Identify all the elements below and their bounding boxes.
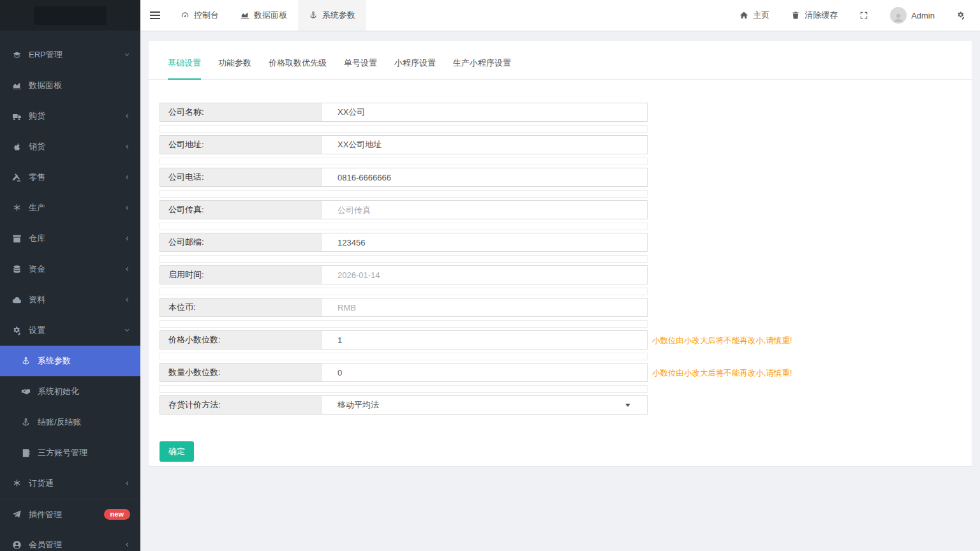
spacer-strip bbox=[160, 255, 648, 263]
sidebar-item-closing[interactable]: 结账/反结账 bbox=[0, 407, 140, 437]
sidebar-item-label: 零售 bbox=[29, 172, 45, 183]
form-group-inventory-valuation-method: 存货计价方法:移动平均法 bbox=[160, 395, 648, 415]
sidebar-item-system-params[interactable]: 系统参数 bbox=[0, 346, 140, 376]
company-phone-input[interactable] bbox=[322, 168, 647, 186]
tab-mini-program-settings[interactable]: 小程序设置 bbox=[394, 57, 436, 80]
form-row: 本位币: bbox=[160, 298, 648, 317]
field-label: 公司名称: bbox=[160, 103, 322, 121]
hamburger-menu-icon[interactable] bbox=[140, 0, 170, 31]
chevron-left-icon bbox=[124, 297, 130, 303]
form-group-quantity-decimal-places: 数量小数位数:小数位由小改大后将不能再改小,请慎重! bbox=[160, 363, 648, 393]
field-label: 数量小数位数: bbox=[160, 364, 322, 381]
company-zip-input[interactable] bbox=[322, 233, 647, 251]
sidebar-item-label: 生产 bbox=[29, 202, 45, 214]
confirm-button[interactable]: 确定 bbox=[160, 441, 194, 462]
header-tab-system-params[interactable]: 系统参数 bbox=[298, 0, 366, 31]
spacer-strip bbox=[160, 353, 648, 360]
chevron-down-icon bbox=[124, 327, 130, 334]
header-tab-label: 系统参数 bbox=[322, 10, 355, 21]
sidebar-item-label: 系统参数 bbox=[38, 355, 71, 367]
asterisk-icon bbox=[12, 203, 22, 213]
form-row: 启用时间: bbox=[160, 265, 648, 284]
anchor-icon bbox=[21, 356, 31, 366]
field-label: 公司传真: bbox=[160, 201, 322, 219]
handshake-icon bbox=[21, 387, 31, 397]
header-tab-console[interactable]: 控制台 bbox=[170, 0, 230, 31]
company-address-input[interactable] bbox=[322, 136, 647, 154]
gavel-icon bbox=[12, 173, 22, 182]
sidebar-item-purchase[interactable]: 购货 bbox=[0, 101, 140, 131]
field-label: 公司邮编: bbox=[160, 233, 322, 251]
header-tab-data-panel[interactable]: 数据面板 bbox=[230, 0, 298, 31]
chevron-left-icon bbox=[124, 541, 130, 548]
decimal-warning: 小数位由小改大后将不能再改小,请慎重! bbox=[652, 335, 792, 346]
decimal-warning: 小数位由小改大后将不能再改小,请慎重! bbox=[652, 368, 792, 379]
form-row: 公司邮编: bbox=[160, 233, 648, 252]
sidebar-item-member-management[interactable]: 会员管理 bbox=[0, 529, 140, 551]
header-home[interactable]: 主页 bbox=[729, 0, 780, 31]
form-row: 价格小数位数: bbox=[160, 330, 648, 349]
form-group-company-fax: 公司传真: bbox=[160, 200, 648, 230]
tab-price-priority[interactable]: 价格取数优先级 bbox=[269, 57, 327, 80]
sidebar-item-materials[interactable]: 资料 bbox=[0, 284, 140, 315]
header-user[interactable]: Admin bbox=[879, 0, 946, 31]
paper-plane-icon bbox=[12, 510, 22, 519]
anchor-icon bbox=[309, 11, 318, 20]
field-label: 本位币: bbox=[160, 298, 322, 316]
settings-form: 公司名称:公司地址:公司电话:公司传真:公司邮编:启用时间:本位币:价格小数位数… bbox=[149, 80, 972, 415]
spacer-strip bbox=[160, 223, 648, 230]
sidebar-item-label: 资料 bbox=[29, 294, 45, 305]
header-item-label: Admin bbox=[911, 11, 935, 20]
content: 基础设置功能参数价格取数优先级单号设置小程序设置生产小程序设置 公司名称:公司地… bbox=[140, 31, 980, 476]
header-settings-button[interactable] bbox=[946, 0, 976, 31]
truck-icon bbox=[12, 112, 22, 121]
form-group-company-name: 公司名称: bbox=[160, 103, 648, 133]
header-fullscreen-button[interactable] bbox=[849, 0, 879, 31]
gears-icon bbox=[956, 11, 965, 20]
tab-doc-number-settings[interactable]: 单号设置 bbox=[344, 57, 377, 80]
sidebar-item-label: 数据面板 bbox=[29, 80, 62, 91]
sidebar: ERP管理数据面板购货销货零售生产仓库资金资料设置系统参数系统初始化结账/反结账… bbox=[0, 0, 140, 551]
field-label: 存货计价方法: bbox=[160, 396, 322, 414]
sidebar-item-system-init[interactable]: 系统初始化 bbox=[0, 376, 140, 407]
sidebar-item-settings[interactable]: 设置 bbox=[0, 315, 140, 346]
inventory-valuation-method-select[interactable]: 移动平均法 bbox=[322, 396, 647, 414]
sidebar-item-data-panel[interactable]: 数据面板 bbox=[0, 70, 140, 101]
sidebar-item-label: ERP管理 bbox=[29, 49, 63, 61]
quantity-decimal-places-input[interactable] bbox=[322, 364, 647, 381]
field-label: 价格小数位数: bbox=[160, 331, 322, 349]
sidebar-item-funds[interactable]: 资金 bbox=[0, 254, 140, 284]
sidebar-item-plugin-management[interactable]: 插件管理new bbox=[0, 499, 140, 529]
sidebar-menu: ERP管理数据面板购货销货零售生产仓库资金资料设置系统参数系统初始化结账/反结账… bbox=[0, 31, 140, 551]
archive-icon bbox=[12, 234, 22, 244]
form-group-start-date: 启用时间: bbox=[160, 265, 648, 295]
company-fax-input[interactable] bbox=[322, 201, 647, 219]
spacer-strip bbox=[160, 125, 648, 133]
sidebar-item-label: 插件管理 bbox=[29, 509, 62, 520]
tab-function-params[interactable]: 功能参数 bbox=[218, 57, 251, 80]
sidebar-item-label: 仓库 bbox=[29, 233, 45, 244]
sidebar-item-third-party-accounts[interactable]: 三方账号管理 bbox=[0, 437, 140, 468]
form-group-company-zip: 公司邮编: bbox=[160, 233, 648, 263]
sidebar-item-order-link[interactable]: 订货通 bbox=[0, 468, 140, 499]
anchor-icon bbox=[21, 418, 31, 427]
spacer-strip bbox=[160, 385, 648, 393]
sidebar-item-sales[interactable]: 销货 bbox=[0, 131, 140, 162]
company-name-input[interactable] bbox=[322, 103, 647, 121]
sidebar-item-erp-management[interactable]: ERP管理 bbox=[0, 40, 140, 70]
spacer-strip bbox=[160, 288, 648, 295]
start-date-input[interactable] bbox=[322, 266, 647, 284]
price-decimal-places-input[interactable] bbox=[322, 331, 647, 349]
sidebar-item-retail[interactable]: 零售 bbox=[0, 162, 140, 193]
tab-basic-settings[interactable]: 基础设置 bbox=[168, 57, 201, 80]
header-clear-cache[interactable]: 清除缓存 bbox=[780, 0, 849, 31]
base-currency-input[interactable] bbox=[322, 298, 647, 316]
spacer-strip bbox=[160, 190, 648, 198]
tab-production-mini-program-settings[interactable]: 生产小程序设置 bbox=[453, 57, 511, 80]
sidebar-item-label: 三方账号管理 bbox=[38, 447, 87, 459]
home-icon bbox=[739, 11, 748, 20]
sidebar-item-warehouse[interactable]: 仓库 bbox=[0, 223, 140, 254]
form-row: 公司电话: bbox=[160, 168, 648, 187]
sidebar-item-production[interactable]: 生产 bbox=[0, 193, 140, 223]
sidebar-item-label: 会员管理 bbox=[29, 539, 62, 550]
